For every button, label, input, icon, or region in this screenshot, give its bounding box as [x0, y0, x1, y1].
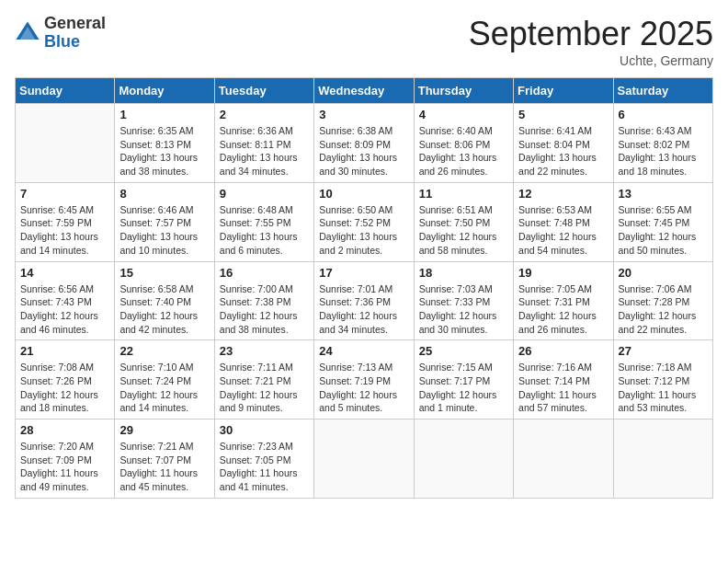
calendar-cell	[613, 419, 712, 499]
calendar-cell: 21Sunrise: 7:08 AM Sunset: 7:26 PM Dayli…	[16, 340, 115, 419]
calendar-cell: 17Sunrise: 7:01 AM Sunset: 7:36 PM Dayli…	[314, 261, 414, 340]
day-number: 14	[20, 266, 109, 280]
day-info: Sunrise: 6:48 AM Sunset: 7:55 PM Dayligh…	[220, 203, 309, 258]
day-number: 16	[220, 266, 309, 280]
month-title: September 2025	[469, 15, 713, 53]
day-number: 29	[119, 423, 209, 437]
day-number: 2	[220, 108, 309, 121]
calendar-cell: 12Sunrise: 6:53 AM Sunset: 7:48 PM Dayli…	[514, 182, 613, 261]
calendar-header-row: SundayMondayTuesdayWednesdayThursdayFrid…	[16, 78, 713, 104]
day-info: Sunrise: 6:43 AM Sunset: 8:02 PM Dayligh…	[619, 124, 708, 178]
calendar-cell: 23Sunrise: 7:11 AM Sunset: 7:21 PM Dayli…	[214, 340, 313, 419]
title-block: September 2025 Uchte, Germany	[469, 15, 713, 68]
location: Uchte, Germany	[469, 53, 713, 68]
day-number: 18	[419, 266, 508, 280]
calendar-cell	[414, 419, 513, 499]
calendar-cell: 20Sunrise: 7:06 AM Sunset: 7:28 PM Dayli…	[613, 261, 712, 340]
day-number: 7	[20, 187, 109, 201]
day-of-week-header: Saturday	[613, 78, 712, 104]
calendar-cell: 10Sunrise: 6:50 AM Sunset: 7:52 PM Dayli…	[314, 182, 414, 261]
day-info: Sunrise: 7:10 AM Sunset: 7:24 PM Dayligh…	[119, 361, 209, 415]
calendar-week-row: 7Sunrise: 6:45 AM Sunset: 7:59 PM Daylig…	[16, 182, 713, 261]
day-info: Sunrise: 6:45 AM Sunset: 7:59 PM Dayligh…	[20, 203, 109, 258]
day-info: Sunrise: 7:05 AM Sunset: 7:31 PM Dayligh…	[518, 282, 608, 337]
day-number: 17	[319, 266, 408, 280]
day-info: Sunrise: 6:40 AM Sunset: 8:06 PM Dayligh…	[419, 124, 508, 178]
calendar-cell: 7Sunrise: 6:45 AM Sunset: 7:59 PM Daylig…	[16, 182, 115, 261]
day-info: Sunrise: 7:03 AM Sunset: 7:33 PM Dayligh…	[419, 282, 508, 337]
day-info: Sunrise: 7:01 AM Sunset: 7:36 PM Dayligh…	[319, 282, 408, 337]
calendar-cell: 18Sunrise: 7:03 AM Sunset: 7:33 PM Dayli…	[414, 261, 513, 340]
day-info: Sunrise: 7:06 AM Sunset: 7:28 PM Dayligh…	[619, 282, 708, 337]
day-info: Sunrise: 7:16 AM Sunset: 7:14 PM Dayligh…	[518, 361, 608, 415]
day-number: 21	[20, 344, 109, 358]
logo-icon	[15, 20, 40, 46]
day-info: Sunrise: 6:35 AM Sunset: 8:13 PM Dayligh…	[119, 124, 209, 178]
day-number: 10	[319, 187, 408, 201]
day-info: Sunrise: 7:00 AM Sunset: 7:38 PM Dayligh…	[220, 282, 309, 337]
logo-general-text: General	[44, 15, 106, 33]
day-info: Sunrise: 7:11 AM Sunset: 7:21 PM Dayligh…	[220, 361, 309, 415]
calendar-cell: 2Sunrise: 6:36 AM Sunset: 8:11 PM Daylig…	[214, 104, 313, 183]
calendar-cell: 26Sunrise: 7:16 AM Sunset: 7:14 PM Dayli…	[514, 340, 613, 419]
day-info: Sunrise: 6:46 AM Sunset: 7:57 PM Dayligh…	[119, 203, 209, 258]
calendar-cell: 27Sunrise: 7:18 AM Sunset: 7:12 PM Dayli…	[613, 340, 712, 419]
day-info: Sunrise: 6:38 AM Sunset: 8:09 PM Dayligh…	[319, 124, 408, 178]
calendar-cell	[514, 419, 613, 499]
calendar-week-row: 1Sunrise: 6:35 AM Sunset: 8:13 PM Daylig…	[16, 104, 713, 183]
calendar-week-row: 21Sunrise: 7:08 AM Sunset: 7:26 PM Dayli…	[16, 340, 713, 419]
calendar-cell: 25Sunrise: 7:15 AM Sunset: 7:17 PM Dayli…	[414, 340, 513, 419]
day-info: Sunrise: 7:15 AM Sunset: 7:17 PM Dayligh…	[419, 361, 508, 415]
day-number: 28	[20, 423, 109, 437]
calendar-cell: 9Sunrise: 6:48 AM Sunset: 7:55 PM Daylig…	[214, 182, 313, 261]
day-of-week-header: Thursday	[414, 78, 513, 104]
day-info: Sunrise: 6:55 AM Sunset: 7:45 PM Dayligh…	[619, 203, 708, 258]
calendar-cell: 3Sunrise: 6:38 AM Sunset: 8:09 PM Daylig…	[314, 104, 414, 183]
day-number: 5	[518, 108, 608, 121]
logo: General Blue	[15, 15, 106, 52]
day-number: 25	[419, 344, 508, 358]
calendar-cell: 28Sunrise: 7:20 AM Sunset: 7:09 PM Dayli…	[16, 419, 115, 499]
calendar-cell: 24Sunrise: 7:13 AM Sunset: 7:19 PM Dayli…	[314, 340, 414, 419]
calendar-cell: 15Sunrise: 6:58 AM Sunset: 7:40 PM Dayli…	[115, 261, 214, 340]
day-info: Sunrise: 7:20 AM Sunset: 7:09 PM Dayligh…	[20, 440, 109, 494]
day-info: Sunrise: 6:50 AM Sunset: 7:52 PM Dayligh…	[319, 203, 408, 258]
calendar-cell: 8Sunrise: 6:46 AM Sunset: 7:57 PM Daylig…	[115, 182, 214, 261]
day-number: 8	[119, 187, 209, 201]
day-info: Sunrise: 6:56 AM Sunset: 7:43 PM Dayligh…	[20, 282, 109, 337]
day-info: Sunrise: 7:21 AM Sunset: 7:07 PM Dayligh…	[119, 440, 209, 494]
day-number: 23	[220, 344, 309, 358]
calendar-cell	[16, 104, 115, 183]
day-number: 27	[619, 344, 708, 358]
day-of-week-header: Wednesday	[314, 78, 414, 104]
day-number: 30	[220, 423, 309, 437]
day-number: 12	[518, 187, 608, 201]
day-number: 19	[518, 266, 608, 280]
day-number: 3	[319, 108, 408, 121]
day-number: 6	[619, 108, 708, 121]
day-info: Sunrise: 6:58 AM Sunset: 7:40 PM Dayligh…	[119, 282, 209, 337]
calendar-cell: 13Sunrise: 6:55 AM Sunset: 7:45 PM Dayli…	[613, 182, 712, 261]
calendar-cell: 11Sunrise: 6:51 AM Sunset: 7:50 PM Dayli…	[414, 182, 513, 261]
day-of-week-header: Sunday	[16, 78, 115, 104]
calendar-cell: 6Sunrise: 6:43 AM Sunset: 8:02 PM Daylig…	[613, 104, 712, 183]
day-of-week-header: Tuesday	[214, 78, 313, 104]
calendar-cell: 22Sunrise: 7:10 AM Sunset: 7:24 PM Dayli…	[115, 340, 214, 419]
calendar-week-row: 14Sunrise: 6:56 AM Sunset: 7:43 PM Dayli…	[16, 261, 713, 340]
day-info: Sunrise: 6:36 AM Sunset: 8:11 PM Dayligh…	[220, 124, 309, 178]
calendar-cell: 14Sunrise: 6:56 AM Sunset: 7:43 PM Dayli…	[16, 261, 115, 340]
calendar-cell: 30Sunrise: 7:23 AM Sunset: 7:05 PM Dayli…	[214, 419, 313, 499]
day-number: 9	[220, 187, 309, 201]
calendar-cell: 1Sunrise: 6:35 AM Sunset: 8:13 PM Daylig…	[115, 104, 214, 183]
calendar-cell	[314, 419, 414, 499]
calendar-week-row: 28Sunrise: 7:20 AM Sunset: 7:09 PM Dayli…	[16, 419, 713, 499]
day-info: Sunrise: 7:08 AM Sunset: 7:26 PM Dayligh…	[20, 361, 109, 415]
day-number: 22	[119, 344, 209, 358]
day-of-week-header: Monday	[115, 78, 214, 104]
day-number: 26	[518, 344, 608, 358]
calendar-cell: 4Sunrise: 6:40 AM Sunset: 8:06 PM Daylig…	[414, 104, 513, 183]
day-info: Sunrise: 7:23 AM Sunset: 7:05 PM Dayligh…	[220, 440, 309, 494]
calendar-cell: 5Sunrise: 6:41 AM Sunset: 8:04 PM Daylig…	[514, 104, 613, 183]
day-number: 4	[419, 108, 508, 121]
day-number: 20	[619, 266, 708, 280]
